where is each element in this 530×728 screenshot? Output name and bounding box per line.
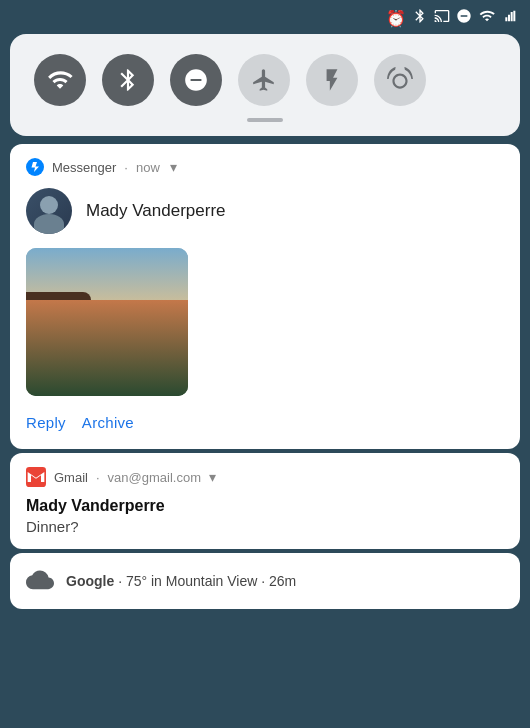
messenger-notif-time-value: now bbox=[136, 160, 160, 175]
wifi-status-icon bbox=[478, 8, 496, 28]
gmail-email: · bbox=[96, 470, 100, 485]
alarm-icon: ⏰ bbox=[386, 9, 406, 28]
messenger-notif-header: Messenger · now ▾ bbox=[26, 158, 504, 176]
google-app-name: Google bbox=[66, 573, 114, 589]
dnd-status-icon bbox=[456, 8, 472, 28]
avatar bbox=[26, 188, 72, 234]
drag-handle bbox=[34, 118, 496, 122]
status-bar: ⏰ bbox=[0, 0, 530, 34]
gmail-notification: Gmail · van@gmail.com ▾ Mady Vanderperre… bbox=[10, 453, 520, 549]
dnd-quick-btn[interactable] bbox=[170, 54, 222, 106]
notifications-area: Messenger · now ▾ Mady Vanderperre Reply… bbox=[10, 144, 520, 609]
signal-icon bbox=[502, 8, 518, 28]
gmail-app-icon bbox=[26, 467, 46, 487]
google-weather-details: 75° in Mountain View · 26m bbox=[126, 573, 296, 589]
airplane-quick-btn[interactable] bbox=[238, 54, 290, 106]
flashlight-quick-btn[interactable] bbox=[306, 54, 358, 106]
messenger-notif-actions: Reply Archive bbox=[26, 410, 504, 435]
cloud-icon bbox=[26, 567, 54, 595]
cast-icon bbox=[434, 8, 450, 28]
google-separator: · bbox=[118, 573, 126, 589]
google-notification: Google · 75° in Mountain View · 26m bbox=[10, 553, 520, 609]
gmail-chevron-down-icon[interactable]: ▾ bbox=[209, 469, 216, 485]
reply-button[interactable]: Reply bbox=[26, 410, 76, 435]
messenger-notification: Messenger · now ▾ Mady Vanderperre Reply… bbox=[10, 144, 520, 449]
messenger-notif-time: · bbox=[124, 160, 128, 175]
gmail-email-address: van@gmail.com bbox=[108, 470, 201, 485]
gmail-sender-name: Mady Vanderperre bbox=[26, 497, 504, 515]
gmail-subject: Dinner? bbox=[26, 518, 504, 535]
rotate-quick-btn[interactable] bbox=[374, 54, 426, 106]
messenger-sender-row: Mady Vanderperre bbox=[26, 188, 504, 234]
messenger-app-name: Messenger bbox=[52, 160, 116, 175]
wifi-quick-btn[interactable] bbox=[34, 54, 86, 106]
quick-settings-icons-row bbox=[34, 54, 496, 106]
messenger-app-icon bbox=[26, 158, 44, 176]
gmail-app-name: Gmail bbox=[54, 470, 88, 485]
messenger-image bbox=[26, 248, 188, 396]
archive-button[interactable]: Archive bbox=[82, 410, 144, 435]
messenger-chevron-down-icon[interactable]: ▾ bbox=[170, 159, 177, 175]
google-weather-info: Google · 75° in Mountain View · 26m bbox=[66, 573, 296, 589]
bluetooth-quick-btn[interactable] bbox=[102, 54, 154, 106]
quick-settings-panel bbox=[10, 34, 520, 136]
messenger-sender-name: Mady Vanderperre bbox=[86, 201, 226, 221]
gmail-notif-header: Gmail · van@gmail.com ▾ bbox=[26, 467, 504, 487]
bluetooth-status-icon bbox=[412, 8, 428, 28]
